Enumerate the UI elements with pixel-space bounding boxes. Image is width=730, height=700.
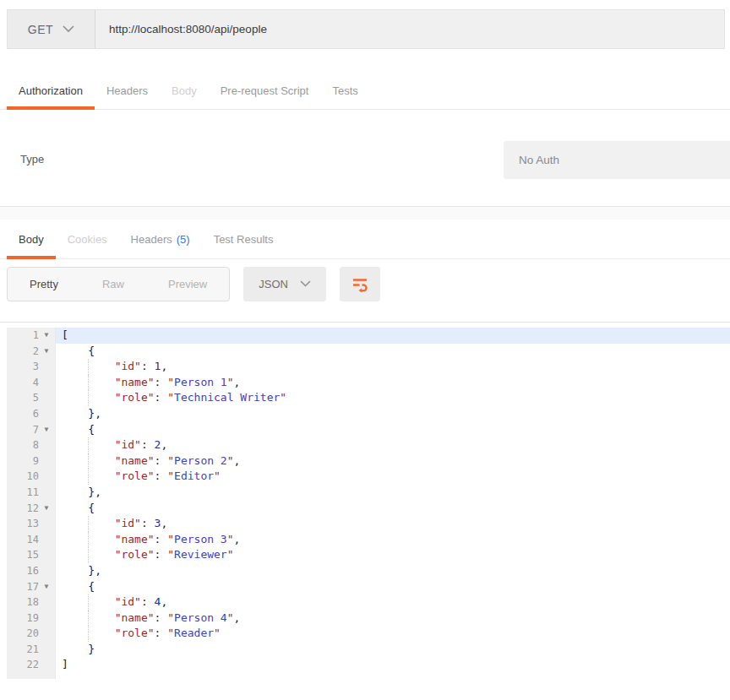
tab-tests[interactable]: Tests [320, 72, 369, 109]
url-input[interactable]: http://localhost:8080/api/people [95, 10, 724, 48]
tab-body[interactable]: Body [160, 72, 209, 109]
code-text: { [56, 344, 730, 360]
tab-test-results[interactable]: Test Results [202, 220, 286, 258]
code-line: 7▼ { [7, 422, 730, 438]
tab-label: Body [172, 84, 197, 97]
line-gutter: 16 [7, 563, 56, 579]
fold-spacer [39, 516, 54, 532]
line-number: 12 [7, 501, 39, 517]
line-number: 13 [7, 516, 39, 532]
fold-spacer [39, 563, 54, 579]
fold-spacer [39, 390, 54, 406]
line-number: 22 [7, 657, 39, 673]
code-line: 4 "name": "Person 1", [7, 375, 730, 391]
tab-label: Body [19, 233, 44, 246]
line-number: 10 [7, 469, 39, 485]
view-button-preview[interactable]: Preview [146, 268, 229, 301]
method-dropdown[interactable]: GET [8, 10, 95, 48]
code-text: "role": "Technical Writer" [56, 390, 730, 406]
wrap-lines-button[interactable] [340, 267, 380, 301]
code-line: 18 "id": 4, [7, 594, 730, 610]
fold-spacer [39, 453, 54, 469]
fold-spacer [39, 375, 54, 391]
tab-headers[interactable]: Headers [95, 72, 160, 109]
fold-arrow-icon[interactable]: ▼ [39, 579, 54, 595]
code-text: ] [56, 657, 730, 673]
code-text: "name": "Person 1", [56, 375, 730, 391]
indent-guide [88, 516, 89, 532]
indent-guide [88, 469, 89, 485]
line-gutter: 20 [7, 626, 56, 642]
editor-gutter-tail [7, 673, 56, 679]
code-line: 12▼ { [7, 501, 730, 517]
line-number: 1 [7, 328, 39, 344]
tab-label: Cookies [68, 233, 107, 246]
wrap-text-icon [351, 274, 369, 293]
indent-guide [88, 359, 89, 375]
response-editor[interactable]: 1▼[2▼ {3 "id": 1,4 "name": "Person 1",5 … [0, 322, 730, 673]
language-value: JSON [259, 278, 288, 290]
tab-label: Tests [332, 84, 357, 97]
tab-cookies[interactable]: Cookies [56, 220, 119, 258]
line-number: 21 [7, 642, 39, 658]
response-tabs: BodyCookiesHeaders(5)Test Results [0, 220, 730, 259]
line-gutter: 17▼ [7, 579, 56, 595]
pane-splitter[interactable] [0, 206, 730, 220]
line-gutter: 13 [7, 516, 56, 532]
view-button-pretty[interactable]: Pretty [8, 268, 80, 301]
fold-arrow-icon[interactable]: ▼ [39, 344, 54, 360]
tab-body[interactable]: Body [7, 220, 56, 258]
code-line: 20 "role": "Reader" [7, 626, 730, 642]
line-number: 14 [7, 532, 39, 548]
fold-spacer [39, 469, 54, 485]
view-button-raw[interactable]: Raw [80, 268, 146, 301]
line-gutter: 1▼ [7, 328, 56, 344]
line-number: 18 [7, 594, 39, 610]
view-toggle-group: PrettyRawPreview [7, 267, 230, 301]
tab-label: Pre-request Script [221, 84, 309, 97]
line-gutter: 19 [7, 610, 56, 627]
fold-spacer [39, 547, 54, 563]
fold-arrow-icon[interactable]: ▼ [39, 328, 54, 344]
line-number: 2 [7, 344, 39, 360]
fold-spacer [39, 485, 54, 501]
indent-guide [88, 594, 89, 610]
fold-spacer [39, 594, 54, 610]
code-text: "id": 3, [56, 516, 730, 532]
indent-guide [88, 453, 89, 469]
code-line: 6 }, [7, 406, 730, 422]
line-gutter: 5 [7, 390, 56, 406]
tab-label: Headers [106, 84, 148, 97]
code-text: "role": "Reader" [56, 626, 730, 642]
fold-spacer [39, 532, 54, 548]
line-number: 17 [7, 579, 39, 595]
line-gutter: 22 [7, 657, 56, 673]
fold-arrow-icon[interactable]: ▼ [39, 422, 54, 438]
fold-spacer [39, 626, 54, 642]
indent-guide [88, 437, 89, 453]
line-gutter: 10 [7, 469, 56, 485]
line-gutter: 8 [7, 437, 56, 453]
code-line: 9 "name": "Person 2", [7, 453, 730, 469]
tab-authorization[interactable]: Authorization [7, 72, 95, 109]
code-text: "id": 4, [56, 594, 730, 610]
fold-spacer [39, 406, 54, 422]
auth-type-value: No Auth [519, 154, 559, 166]
code-line: 15 "role": "Reviewer" [7, 547, 730, 563]
fold-arrow-icon[interactable]: ▼ [39, 501, 54, 517]
line-gutter: 11 [7, 485, 56, 501]
code-text: "role": "Reviewer" [56, 547, 730, 563]
code-line: 14 "name": "Person 3", [7, 532, 730, 548]
line-gutter: 18 [7, 594, 56, 610]
code-line: 2▼ { [7, 344, 730, 360]
code-line: 21 } [7, 642, 730, 658]
fold-spacer [39, 642, 54, 658]
fold-spacer [39, 359, 54, 375]
chevron-down-icon [300, 280, 311, 287]
language-select[interactable]: JSON [243, 267, 326, 301]
tab-pre-request-script[interactable]: Pre-request Script [209, 72, 321, 109]
line-number: 7 [7, 422, 39, 438]
auth-type-select[interactable]: No Auth [504, 141, 730, 179]
tab-headers[interactable]: Headers(5) [119, 220, 202, 258]
code-line: 10 "role": "Editor" [7, 469, 730, 485]
